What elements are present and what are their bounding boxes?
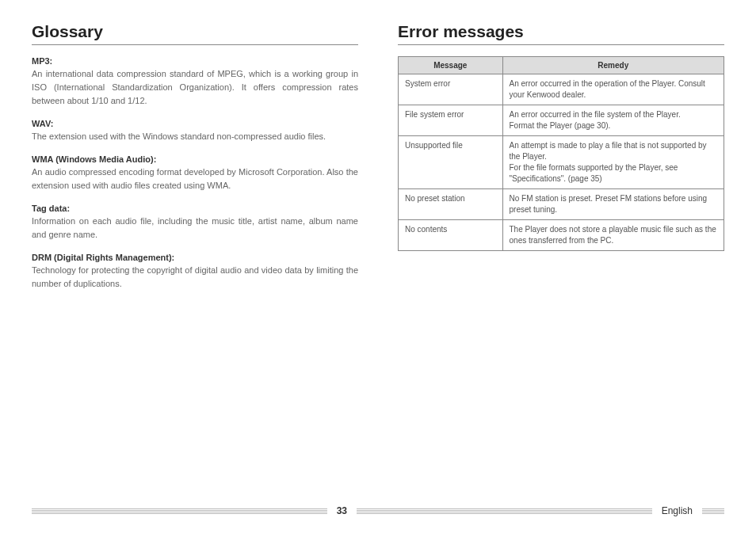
cell-remedy: An error occurred in the operation of th… — [502, 74, 724, 105]
glossary-term: WMA (Windows Media Audio): — [32, 154, 358, 164]
table-row: No contentsThe Player does not store a p… — [399, 220, 724, 251]
glossary-definition: The extension used with the Windows stan… — [32, 130, 358, 143]
cell-message: Unsupported file — [399, 136, 503, 189]
cell-message: No contents — [399, 220, 503, 251]
error-column: Error messages Message Remedy System err… — [398, 22, 724, 302]
cell-remedy: The Player does not store a playable mus… — [502, 220, 724, 251]
glossary-term: MP3: — [32, 56, 358, 66]
table-row: System errorAn error occurred in the ope… — [399, 74, 724, 105]
cell-message: System error — [399, 74, 503, 105]
glossary-term: DRM (Digital Rights Management): — [32, 253, 358, 262]
col-header-message: Message — [399, 57, 503, 74]
glossary-term: WAV: — [32, 119, 358, 128]
table-row: File system errorAn error occurred in th… — [399, 105, 724, 136]
error-table: Message Remedy System errorAn error occu… — [398, 56, 724, 251]
glossary-entry: WAV:The extension used with the Windows … — [32, 119, 358, 143]
cell-message: File system error — [399, 105, 503, 136]
glossary-definition: Technology for protecting the copyright … — [32, 264, 358, 291]
cell-remedy: No FM station is preset. Preset FM stati… — [502, 189, 724, 220]
glossary-definition: An international data compression standa… — [32, 67, 358, 108]
language-label: English — [652, 505, 702, 516]
table-row: Unsupported fileAn attempt is made to pl… — [399, 136, 724, 189]
glossary-term: Tag data: — [32, 204, 358, 213]
cell-message: No preset station — [399, 189, 503, 220]
glossary-definition: Information on each audio file, includin… — [32, 215, 358, 242]
glossary-entry: DRM (Digital Rights Management):Technolo… — [32, 253, 358, 291]
page-number: 33 — [327, 505, 357, 516]
glossary-entry: WMA (Windows Media Audio):An audio compr… — [32, 154, 358, 192]
table-row: No preset stationNo FM station is preset… — [399, 189, 724, 220]
glossary-definition: An audio compressed encoding format deve… — [32, 166, 358, 192]
col-header-remedy: Remedy — [502, 57, 724, 74]
error-heading: Error messages — [398, 22, 724, 45]
cell-remedy: An error occurred in the file system of … — [502, 105, 724, 136]
page-footer: 33 English — [0, 503, 756, 519]
glossary-column: Glossary MP3:An international data compr… — [32, 22, 358, 302]
glossary-entry: Tag data:Information on each audio file,… — [32, 204, 358, 242]
glossary-entry: MP3:An international data compression st… — [32, 56, 358, 108]
glossary-heading: Glossary — [32, 22, 358, 45]
cell-remedy: An attempt is made to play a file that i… — [502, 136, 724, 189]
